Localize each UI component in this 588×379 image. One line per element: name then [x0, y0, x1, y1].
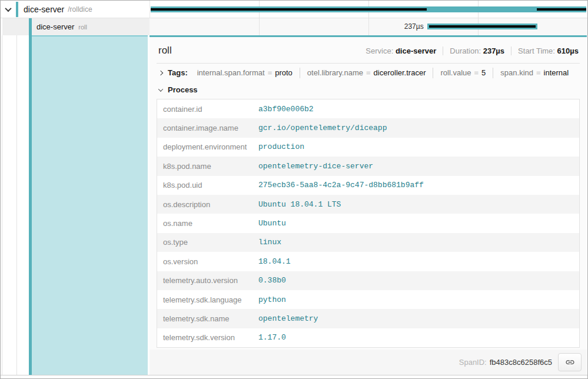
process-value: 0.38b0 [258, 276, 286, 285]
process-row: container.id a3bf90e006b2 [157, 99, 579, 118]
deep-link-button[interactable] [558, 353, 582, 371]
link-icon [565, 357, 575, 367]
process-key: telemetry.sdk.language [157, 295, 258, 304]
process-row: os.name Ubuntu [157, 214, 579, 232]
bottom-edge [1, 375, 587, 378]
tag-item: internal.span.format=proto [190, 68, 300, 78]
span-id-label: SpanID: [459, 358, 487, 367]
process-key: k8s.pod.uid [157, 181, 258, 190]
timeline-row-rolldice [150, 1, 587, 18]
process-key: telemetry.sdk.name [157, 314, 258, 323]
process-key: telemetry.sdk.version [157, 333, 258, 342]
process-key: deployment.environment [157, 142, 258, 151]
service-name: dice-server [36, 22, 74, 31]
process-section-label: Process [168, 85, 198, 94]
span-detail-card: roll Service: dice-server Duration: 237µ… [150, 35, 587, 375]
process-row: deployment.environment production [157, 138, 579, 157]
tag-list: internal.span.format=proto otel.library.… [190, 68, 576, 78]
critical-path-segment-child [429, 25, 536, 28]
tags-section-header[interactable]: Tags: internal.span.format=proto otel.li… [155, 64, 581, 82]
parent-span-bar[interactable] [151, 6, 586, 12]
process-value: 1.17.0 [258, 333, 286, 342]
jaeger-trace-view: dice-server /rolldice dice-server roll 2… [0, 0, 588, 379]
service-name: dice-server [24, 5, 64, 14]
timeline-row-roll: 237µs [150, 18, 587, 35]
process-value: Ubuntu 18.04.1 LTS [258, 200, 341, 209]
detail-row-left-gutter [1, 35, 150, 375]
span-tree-row-roll[interactable]: dice-server roll [2, 18, 150, 35]
tags-section-label: Tags: [168, 68, 188, 77]
meta-item: Service: dice-server [359, 46, 443, 55]
critical-path-segment [537, 8, 586, 11]
process-key: os.description [157, 200, 258, 209]
span-id-value: fb483c8c6258f6c5 [490, 358, 552, 367]
process-value: linux [258, 238, 281, 247]
process-row: os.description Ubuntu 18.04.1 LTS [157, 195, 579, 214]
operation-name: roll [78, 24, 87, 31]
process-key: os.type [157, 238, 258, 247]
process-row: container.image.name gcr.io/opentelemetr… [157, 118, 579, 137]
process-value: production [258, 142, 304, 151]
process-row: telemetry.sdk.language python [157, 290, 579, 309]
collapse-chevron-icon[interactable] [5, 5, 11, 12]
process-key: container.id [157, 105, 258, 114]
process-key: container.image.name [157, 124, 258, 132]
process-value: opentelemetry-dice-server [258, 162, 373, 171]
process-row: os.version 18.04.1 [157, 252, 579, 271]
expand-chevron-icon[interactable] [158, 70, 163, 75]
timeline-gridline [368, 18, 369, 35]
process-value: Ubuntu [258, 219, 286, 228]
span-detail-footer: SpanID: fb483c8c6258f6c5 [150, 350, 587, 375]
process-value: gcr.io/opentelemetry/diceapp [258, 124, 387, 132]
process-key: telemetry.auto.version [157, 276, 258, 285]
process-row: telemetry.auto.version 0.38b0 [157, 271, 579, 290]
process-key: os.version [157, 257, 258, 266]
selected-span-highlight [32, 35, 148, 375]
collapse-chevron-icon[interactable] [158, 87, 163, 91]
operation-name: /rolldice [68, 5, 92, 14]
tag-item: otel.library.name=diceroller.tracer [300, 68, 433, 78]
indent-guide [16, 35, 17, 375]
selected-span-duration-label: 237µs [404, 18, 424, 35]
timeline-gridline [259, 18, 260, 35]
process-value: 18.04.1 [258, 257, 291, 266]
process-row: telemetry.sdk.version 1.17.0 [157, 328, 579, 347]
span-color-accent [29, 18, 32, 35]
selected-span-bar[interactable] [427, 24, 537, 29]
process-row: k8s.pod.name opentelemetry-dice-server [157, 157, 579, 175]
span-detail-header: roll Service: dice-server Duration: 237µ… [155, 37, 581, 63]
process-value: a3bf90e006b2 [258, 105, 314, 114]
tag-item: span.kind=internal [493, 68, 576, 78]
span-color-accent [16, 2, 18, 17]
span-meta: Service: dice-server Duration: 237µs Sta… [359, 46, 580, 55]
span-tree-row-rolldice[interactable]: dice-server /rolldice [1, 1, 150, 18]
tag-item: roll.value=5 [433, 68, 493, 78]
process-key: os.name [157, 219, 258, 228]
span-title: roll [158, 45, 172, 56]
process-section-header[interactable]: Process [155, 82, 581, 97]
process-value: python [258, 295, 286, 304]
critical-path-segment [151, 8, 427, 11]
process-table: container.id a3bf90e006b2 container.imag… [157, 99, 580, 348]
process-row: telemetry.sdk.name opentelemetry [157, 309, 579, 328]
process-value: opentelemetry [258, 314, 318, 323]
process-row: os.type linux [157, 233, 579, 252]
process-row: k8s.pod.uid 275ecb36-5aa8-4c2a-9c47-d8bb… [157, 176, 579, 195]
indent-guide [2, 35, 2, 375]
meta-item: Start Time: 610µs [511, 46, 580, 55]
process-value: 275ecb36-5aa8-4c2a-9c47-d8bb681b9aff [258, 181, 424, 190]
meta-item: Duration: 237µs [443, 46, 511, 55]
process-key: k8s.pod.name [157, 162, 258, 171]
